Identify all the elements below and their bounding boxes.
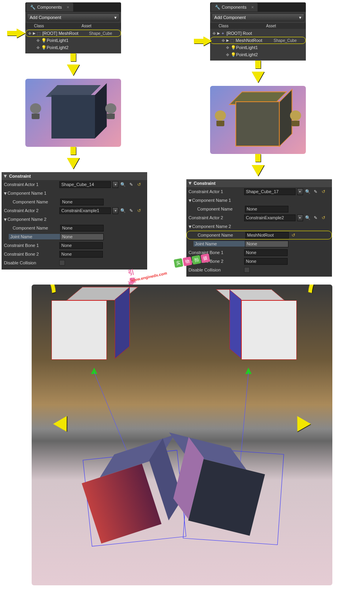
field-constraint-actor-2[interactable]	[59, 207, 111, 214]
tree-row-light1[interactable]: ✥ 💡 PointLight1	[25, 37, 121, 44]
constraint-panel-left: ▶ Constraint Constraint Actor 1 ▾ 🔍 ✎ ↺ …	[2, 172, 147, 270]
cube-preview-selected	[236, 98, 280, 142]
header-asset: Asset	[266, 24, 276, 28]
flow-arrow	[210, 61, 306, 83]
header-class: Class	[219, 24, 266, 28]
eyedropper-icon[interactable]: ✎	[128, 181, 134, 188]
label-constraint-actor-1: Constraint Actor 1	[189, 189, 244, 194]
dropdown-button[interactable]: ▾	[297, 188, 303, 195]
field-constraint-bone-2[interactable]	[244, 258, 288, 265]
mesh-icon: ⬚	[37, 31, 42, 36]
move-icon: ✥	[212, 31, 217, 36]
search-icon[interactable]: 🔍	[120, 181, 126, 188]
components-tab[interactable]: 🔧 Components ×	[26, 3, 73, 11]
components-panel-right: 🔧 Components × Add Component ▾ Class Ass…	[210, 2, 306, 61]
section-label: Constraint	[9, 174, 31, 178]
field-component-name-1[interactable]	[60, 199, 104, 205]
dropdown-button[interactable]: ▾	[297, 214, 303, 221]
tree-root-asset: Shape_Cube	[89, 31, 121, 36]
light-bulb-icon	[28, 103, 44, 122]
expand-icon[interactable]: ▶	[188, 182, 192, 185]
reset-icon[interactable]: ↺	[320, 188, 327, 195]
close-icon[interactable]: ×	[251, 5, 254, 9]
light-icon: 💡	[41, 38, 47, 43]
reset-icon[interactable]: ↺	[136, 181, 142, 188]
reset-icon[interactable]: ↺	[290, 232, 297, 238]
mesh-icon: ⬚	[230, 38, 236, 43]
components-tab[interactable]: 🔧 Components ×	[211, 3, 258, 11]
light-bulb-icon	[103, 103, 119, 122]
section-component-name-1[interactable]: ▶Component Name 1	[4, 191, 59, 196]
expand-icon[interactable]: ▶	[217, 31, 221, 35]
eyedropper-icon[interactable]: ✎	[313, 214, 319, 221]
field-component-name-2[interactable]	[245, 232, 289, 239]
label-component-name-2: Component Name	[194, 233, 245, 237]
eyedropper-icon[interactable]: ✎	[313, 188, 319, 195]
reset-icon[interactable]: ↺	[136, 207, 142, 214]
eyedropper-icon[interactable]: ✎	[128, 207, 134, 214]
viewport-left[interactable]	[25, 79, 121, 147]
add-component-dropdown[interactable]: Add Component ▾	[27, 13, 119, 21]
tree-row-root[interactable]: ✥ ▶ ✦ [ROOT] Root	[210, 30, 306, 37]
add-component-label: Add Component	[30, 15, 61, 20]
label-constraint-bone-2: Constraint Bone 2	[4, 252, 59, 256]
flow-arrow	[25, 147, 121, 169]
reset-icon[interactable]: ↺	[320, 214, 327, 221]
field-joint-name[interactable]	[245, 241, 288, 247]
field-constraint-bone-1[interactable]	[244, 249, 288, 256]
field-constraint-bone-1[interactable]	[59, 242, 103, 249]
checkbox-disable-collision[interactable]	[244, 267, 250, 273]
dropdown-button[interactable]: ▾	[112, 181, 118, 188]
tree-row-light1[interactable]: ✥ 💡 PointLight1	[210, 44, 306, 51]
search-icon[interactable]: 🔍	[305, 214, 311, 221]
tree-row-light2[interactable]: ✥ 💡 PointLight2	[25, 44, 121, 51]
field-constraint-actor-1[interactable]	[244, 188, 296, 195]
close-icon[interactable]: ×	[66, 5, 69, 9]
scene-icon: ✦	[221, 31, 227, 36]
dropdown-button[interactable]: ▾	[112, 207, 118, 214]
field-component-name-1[interactable]	[245, 206, 288, 213]
result-viewport[interactable]	[32, 285, 332, 585]
field-component-name-2[interactable]	[60, 225, 104, 232]
expand-icon[interactable]: ▶	[226, 38, 230, 42]
expand-icon[interactable]: ▶	[33, 31, 37, 35]
header-asset: Asset	[82, 24, 91, 28]
tree-row-mesh[interactable]: ✥ ▶ ⬚ MeshNotRoot Shape_Cube	[210, 37, 306, 44]
chevron-down-icon: ▾	[299, 15, 301, 20]
constraint-header[interactable]: ▶ Constraint	[2, 172, 147, 180]
tree-root-name: [ROOT] MeshRoot	[42, 31, 89, 36]
tree-row-root[interactable]: ✥ ▶ ⬚ [ROOT] MeshRoot Shape_Cube	[25, 30, 121, 37]
move-icon: ✥	[28, 31, 33, 36]
add-component-dropdown[interactable]: Add Component ▾	[212, 13, 304, 21]
pointer-arrow-left	[7, 28, 25, 38]
wrench-icon: 🔧	[30, 5, 36, 10]
tree-root-name: [ROOT] Root	[227, 31, 306, 36]
tree-row-light2[interactable]: ✥ 💡 PointLight2	[210, 51, 306, 58]
label-joint-name: Joint Name	[9, 234, 60, 239]
add-component-label: Add Component	[214, 15, 246, 20]
constraint-header[interactable]: ▶ Constraint	[186, 179, 332, 187]
light-icon: 💡	[231, 45, 236, 50]
search-icon[interactable]: 🔍	[305, 188, 311, 195]
tree-light1-name: PointLight1	[236, 45, 306, 50]
field-constraint-actor-2[interactable]	[244, 214, 296, 221]
search-icon[interactable]: 🔍	[120, 207, 126, 214]
section-component-name-1[interactable]: ▶Component Name 1	[189, 198, 244, 203]
header-class: Class	[34, 24, 82, 28]
field-joint-name[interactable]	[60, 233, 104, 240]
flow-arrow	[25, 53, 121, 76]
constraint-lines	[32, 285, 332, 585]
components-panel-left: 🔧 Components × Add Component ▾ Class Ass…	[25, 2, 121, 53]
section-component-name-2[interactable]: ▶Component Name 2	[189, 224, 244, 229]
field-constraint-bone-2[interactable]	[59, 251, 103, 258]
checkbox-disable-collision[interactable]	[59, 260, 65, 266]
constraint-panel-right: ▶ Constraint Constraint Actor 1 ▾ 🔍 ✎ ↺ …	[186, 179, 332, 277]
section-component-name-2[interactable]: ▶Component Name 2	[4, 217, 59, 222]
move-icon: ✥	[36, 38, 41, 43]
expand-icon[interactable]: ▶	[4, 175, 8, 178]
field-constraint-actor-1[interactable]	[59, 181, 111, 188]
tree-light1-name: PointLight1	[47, 38, 121, 43]
pointer-arrow-right	[194, 36, 212, 46]
section-label: Constraint	[194, 181, 216, 186]
viewport-right[interactable]	[210, 86, 306, 154]
